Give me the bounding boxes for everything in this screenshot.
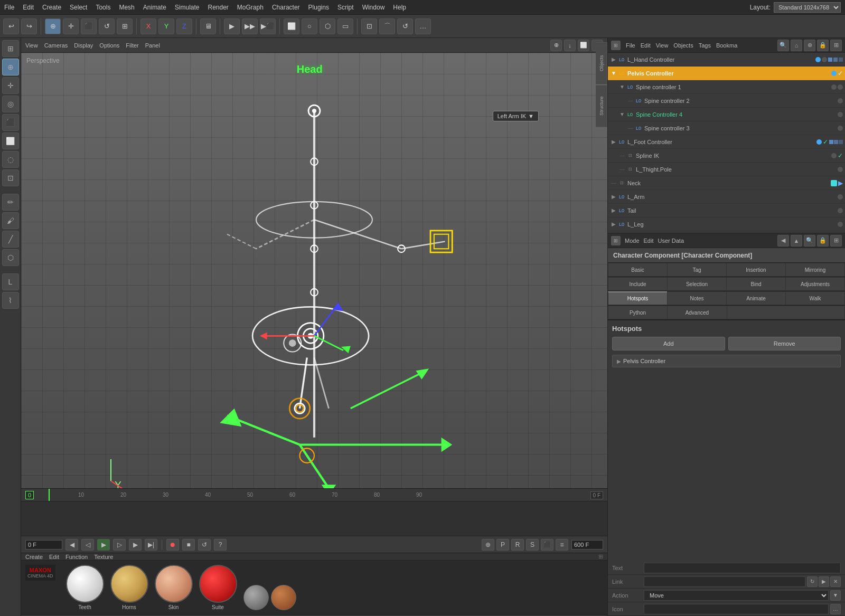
vp-btn-2[interactable]: ↓ xyxy=(564,40,576,51)
obj-row-spine-4[interactable]: ▼ L0 Spine Controller 4 xyxy=(608,108,845,121)
obj-row-l-thight[interactable]: — ⊡ L_Thight.Pole xyxy=(608,163,845,176)
obj-row-l-foot[interactable]: ▶ L0 L_Foot Controller ✓ xyxy=(608,135,845,149)
render-active-view[interactable]: ▶ xyxy=(224,18,240,34)
key-param-btn[interactable]: ⬛ xyxy=(541,539,553,551)
obj-row-tail[interactable]: ▶ L0 Tail xyxy=(608,204,845,217)
attr-menu-userdata[interactable]: User Data xyxy=(658,238,684,244)
ffd-deformer[interactable]: ⊡ xyxy=(361,18,377,34)
tab-animate[interactable]: Animate xyxy=(726,291,785,305)
obj-row-neck[interactable]: — ⊡ Neck ▶ xyxy=(608,176,845,190)
obj-home-btn[interactable]: ⌂ xyxy=(791,40,802,51)
menu-animate[interactable]: Animate xyxy=(143,4,166,11)
expand-pelvis[interactable]: ▼ xyxy=(610,70,617,77)
vp-menu-filter[interactable]: Filter xyxy=(126,42,138,49)
prop-action-select[interactable]: Move Rotate Scale xyxy=(644,590,829,601)
last-frame-btn[interactable]: ▶| xyxy=(145,539,157,551)
vp-btn-3[interactable]: ⬜ xyxy=(578,40,589,51)
y-axis-btn[interactable]: Y xyxy=(158,18,174,34)
menu-script[interactable]: Script xyxy=(337,4,354,11)
obj-row-l-arm[interactable]: ▶ L0 L_Arm xyxy=(608,190,845,204)
attr-expand-btn[interactable]: ⊞ xyxy=(830,235,842,247)
link-nav-btn[interactable]: ▶ xyxy=(819,576,829,587)
tool-poly-select[interactable]: ⊡ xyxy=(2,169,19,186)
menu-select[interactable]: Select xyxy=(70,4,87,11)
expand-spine-3[interactable]: — xyxy=(627,125,634,132)
obj-row-root-joints[interactable]: ▶ L0 Root Joints xyxy=(608,231,845,233)
obj-row-spine-1[interactable]: ▼ L0 Spine controller 1 xyxy=(608,80,845,94)
tab-adjustments[interactable]: Adjustments xyxy=(785,277,845,291)
transform-tool[interactable]: ⊞ xyxy=(117,18,133,34)
end-frame-input[interactable] xyxy=(571,540,603,549)
render-all[interactable]: ▶▶ xyxy=(242,18,258,34)
expand-spine-2[interactable]: — xyxy=(627,97,634,105)
scale-tool[interactable]: ⬛ xyxy=(81,18,97,34)
action-dropdown-btn[interactable]: ▼ xyxy=(830,590,841,601)
tool-rotate[interactable]: ◎ xyxy=(2,96,19,112)
tab-bind[interactable]: Bind xyxy=(726,277,785,291)
attr-lock-btn[interactable]: ▲ xyxy=(791,235,802,247)
viewport-3d[interactable]: Perspective Head Left Arm IK ▼ xyxy=(21,53,607,488)
dot-l-leg[interactable] xyxy=(838,222,843,227)
tool-joint[interactable]: L xyxy=(2,273,19,290)
dot-1-l-foot[interactable] xyxy=(816,139,822,145)
prop-text-input[interactable] xyxy=(644,563,841,573)
icon-picker-btn[interactable]: … xyxy=(830,604,841,614)
tab-include[interactable]: Include xyxy=(608,277,667,291)
next-key-btn[interactable]: ▷ xyxy=(113,539,126,551)
menu-edit[interactable]: Edit xyxy=(23,4,34,11)
vp-menu-display[interactable]: Display xyxy=(74,42,93,49)
obj-row-l-leg[interactable]: ▶ L0 L_Leg xyxy=(608,217,845,231)
dot-1-pelvis[interactable] xyxy=(831,71,837,76)
tab-tag[interactable]: Tag xyxy=(667,263,726,277)
loop-btn[interactable]: ↺ xyxy=(198,539,211,551)
obj-menu-objects[interactable]: Objects xyxy=(673,42,693,49)
expand-spine-4[interactable]: ▼ xyxy=(618,111,626,118)
link-refresh-btn[interactable]: ↻ xyxy=(807,576,818,587)
mat-item-teeth[interactable]: Teeth xyxy=(66,565,104,610)
key-all-btn[interactable]: ⊕ xyxy=(482,539,494,551)
menu-mograph[interactable]: MoGraph xyxy=(237,4,264,11)
obj-menu-edit[interactable]: Edit xyxy=(641,42,651,49)
menu-file[interactable]: File xyxy=(4,4,14,11)
tool-grid[interactable]: ⊞ xyxy=(2,40,19,57)
tab-insertion[interactable]: Insertion xyxy=(726,263,785,277)
dot-l-arm[interactable] xyxy=(838,194,843,200)
expand-l-foot[interactable]: ▶ xyxy=(610,138,617,146)
menu-tools[interactable]: Tools xyxy=(96,4,110,11)
obj-search-btn[interactable]: 🔍 xyxy=(777,40,789,51)
dot-spine-2[interactable] xyxy=(838,98,843,103)
attr-menu-edit[interactable]: Edit xyxy=(644,238,654,244)
tab-basic[interactable]: Basic xyxy=(608,263,667,277)
attr-search-btn[interactable]: 🔍 xyxy=(804,235,815,247)
plane-primitive[interactable]: ▭ xyxy=(337,18,353,34)
vp-menu-cameras[interactable]: Cameras xyxy=(44,42,68,49)
tool-move[interactable]: ✛ xyxy=(2,77,19,94)
menu-render[interactable]: Render xyxy=(208,4,229,11)
mat-extra-2[interactable] xyxy=(271,585,296,610)
hotspot-expand-icon[interactable]: ▶ xyxy=(617,358,621,364)
tool-paint[interactable]: 🖌 xyxy=(2,212,19,229)
dot2-spine-1[interactable] xyxy=(838,84,843,90)
mat-item-horns[interactable]: Horns xyxy=(110,565,148,610)
expand-l-hand[interactable]: ▶ xyxy=(610,56,617,63)
key-rot-btn[interactable]: R xyxy=(511,539,524,551)
tool-scale[interactable]: ⬛ xyxy=(2,114,19,131)
tool-magnet[interactable]: ⌇ xyxy=(2,292,19,309)
edge-tab-objects[interactable]: Objects xyxy=(596,42,607,84)
next-frame-btn[interactable]: ▶ xyxy=(129,539,142,551)
dot-tail[interactable] xyxy=(838,208,843,213)
play-btn[interactable]: ▶ xyxy=(97,539,110,551)
attr-back-btn[interactable]: ◀ xyxy=(777,235,789,247)
obj-menu-bookmarks[interactable]: Bookma xyxy=(716,42,737,49)
mat-edit[interactable]: Edit xyxy=(49,554,59,560)
x-axis-btn[interactable]: X xyxy=(140,18,156,34)
dot-spine-4[interactable] xyxy=(838,112,843,117)
key-pos-btn[interactable]: P xyxy=(496,539,509,551)
prev-key-btn[interactable]: ◁ xyxy=(81,539,94,551)
obj-row-spine-3[interactable]: — L0 Spine controller 3 xyxy=(608,121,845,135)
obj-lock-btn[interactable]: 🔒 xyxy=(817,40,829,51)
attr-user-data-btn[interactable]: 🔒 xyxy=(817,235,829,247)
menu-plugins[interactable]: Plugins xyxy=(308,4,329,11)
menu-window[interactable]: Window xyxy=(362,4,385,11)
expand-l-thight[interactable]: — xyxy=(618,166,626,173)
